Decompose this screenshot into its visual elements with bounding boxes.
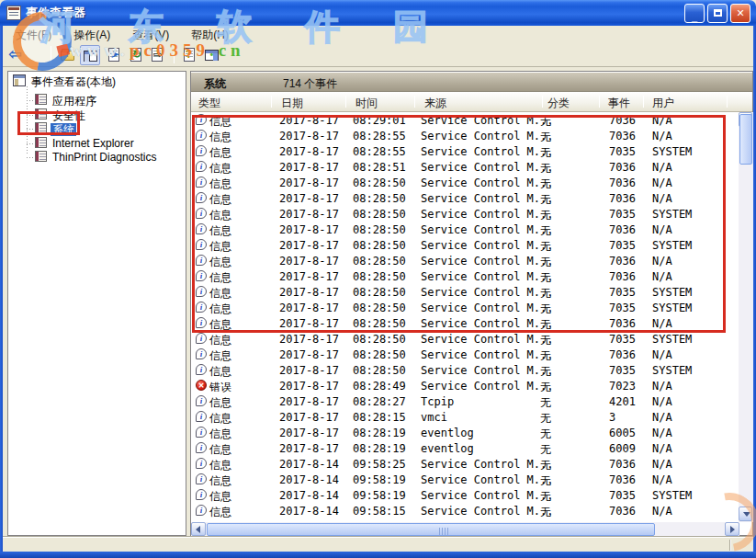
event-count-label: 714 个事件 (283, 76, 337, 92)
column-header-6[interactable]: 事件 (608, 96, 630, 111)
window-title: 事件查看器 (26, 5, 85, 21)
event-row[interactable]: i信息2017-8-1708:28:55Service Control M...… (191, 143, 739, 159)
event-id: 7036 (609, 317, 636, 330)
sidebar-item-security[interactable]: 安全性 (35, 108, 87, 122)
event-row[interactable]: i信息2017-8-1708:28:19eventlog无6005N/A (191, 425, 739, 440)
column-separator[interactable] (271, 96, 272, 108)
maximize-button[interactable] (707, 4, 728, 23)
event-row[interactable]: i信息2017-8-1708:29:01Service Control M...… (191, 112, 739, 128)
column-header-7[interactable]: 用户 (652, 96, 674, 111)
sidebar-item-thinprint-diagnostics[interactable]: ThinPrint Diagnostics (35, 151, 158, 165)
scroll-down-button[interactable] (739, 507, 752, 521)
event-row[interactable]: i信息2017-8-1409:58:19Service Control M...… (191, 472, 739, 487)
column-separator[interactable] (599, 96, 600, 108)
event-time: 08:28:19 (353, 427, 406, 439)
event-user: N/A (652, 473, 672, 486)
event-time: 08:28:27 (353, 395, 406, 408)
event-time: 08:28:50 (353, 177, 406, 189)
tree-connector-dash (27, 115, 35, 116)
event-source: Service Control M... (421, 380, 554, 393)
event-row[interactable]: ✕错误2017-8-1708:28:49Service Control M...… (191, 378, 739, 393)
help-icon[interactable]: ? (180, 45, 200, 65)
column-separator[interactable] (542, 96, 543, 108)
event-date: 2017-8-17 (279, 239, 339, 252)
event-row[interactable]: i信息2017-8-1708:28:50Service Control M...… (191, 206, 739, 222)
event-row[interactable]: i信息2017-8-1409:58:15Service Control M...… (191, 503, 739, 518)
minimize-button[interactable]: _ (684, 4, 705, 23)
event-user: SYSTEM (652, 489, 692, 502)
event-date: 2017-8-17 (279, 177, 339, 189)
event-source: Service Control M... (421, 473, 554, 486)
show-hide-console-tree-icon[interactable] (80, 45, 100, 65)
event-user: N/A (652, 442, 672, 455)
column-header-3[interactable]: 时间 (355, 96, 378, 111)
event-user: N/A (652, 427, 672, 439)
scroll-left-button[interactable] (191, 522, 206, 536)
event-time: 08:28:15 (353, 411, 406, 424)
event-source: Service Control M... (421, 458, 554, 471)
column-header-5[interactable]: 分类 (547, 96, 570, 111)
column-header-4[interactable]: 来源 (424, 96, 446, 111)
tree-root-label: 事件查看器(本地) (29, 75, 118, 88)
event-row[interactable]: i信息2017-8-1708:28:50Service Control M...… (191, 315, 739, 331)
event-row[interactable]: i信息2017-8-1708:28:50Service Control M...… (191, 268, 739, 284)
event-row[interactable]: i信息2017-8-1708:28:15vmci无3N/A (191, 409, 739, 425)
event-source: Service Control M... (421, 130, 554, 142)
menu-file[interactable]: 文件(F) (6, 26, 61, 43)
event-row[interactable]: i信息2017-8-1409:58:19Service Control M...… (191, 487, 739, 503)
sidebar-item-internet-explorer[interactable]: Internet Explorer (35, 137, 136, 151)
event-date: 2017-8-17 (279, 427, 339, 439)
sidebar-item-application[interactable]: 应用程序 (35, 94, 98, 108)
vertical-scroll-thumb[interactable] (739, 114, 752, 165)
information-bubble-icon: i (196, 255, 207, 266)
up-folder-icon[interactable]: ↑ (58, 45, 78, 65)
column-header-2[interactable]: 日期 (281, 96, 303, 111)
event-row[interactable]: i信息2017-8-1708:28:50Service Control M...… (191, 331, 739, 347)
event-id: 7036 (609, 192, 636, 205)
show-panel-icon[interactable] (202, 45, 222, 65)
column-separator[interactable] (345, 96, 346, 108)
properties-icon[interactable]: ➤ (105, 45, 125, 65)
menu-view[interactable]: 查看(V) (123, 26, 178, 43)
event-row[interactable]: i信息2017-8-1708:28:50Service Control M...… (191, 300, 739, 315)
scroll-right-button[interactable] (725, 522, 739, 536)
event-row[interactable]: i信息2017-8-1708:28:50Service Control M...… (191, 347, 739, 362)
column-header-1[interactable]: 类型 (198, 96, 220, 111)
event-source: Service Control M... (421, 317, 554, 330)
event-date: 2017-8-14 (279, 489, 339, 502)
column-separator[interactable] (414, 96, 415, 108)
event-row[interactable]: i信息2017-8-1708:28:50Service Control M...… (191, 175, 739, 190)
title-bar[interactable]: 事件查看器 _ ✕ (0, 0, 756, 26)
column-separator[interactable] (643, 96, 644, 108)
event-row[interactable]: i信息2017-8-1708:28:50Service Control M...… (191, 253, 739, 268)
sidebar-item-system[interactable]: 系统 (35, 122, 76, 136)
column-separator[interactable] (727, 96, 728, 108)
event-row[interactable]: i信息2017-8-1708:28:50Service Control M...… (191, 222, 739, 237)
event-log-icon (35, 137, 47, 148)
event-row[interactable]: i信息2017-8-1708:28:50Service Control M...… (191, 237, 739, 253)
event-row[interactable]: i信息2017-8-1708:28:55Service Control M...… (191, 128, 739, 143)
information-bubble-icon: i (196, 145, 207, 156)
tree-root-event-viewer[interactable]: 事件查看器(本地) (13, 74, 118, 88)
close-button[interactable]: ✕ (730, 4, 750, 23)
event-row[interactable]: i信息2017-8-1409:58:25Service Control M...… (191, 456, 739, 472)
event-row[interactable]: i信息2017-8-1708:28:51Service Control M...… (191, 159, 739, 175)
event-id: 7036 (609, 161, 636, 174)
event-time: 08:28:50 (353, 286, 406, 299)
event-row[interactable]: i信息2017-8-1708:28:50Service Control M...… (191, 190, 739, 206)
event-source: Service Control M... (421, 255, 554, 268)
back-arrow-icon[interactable]: ⇦ (6, 45, 27, 65)
vertical-scrollbar[interactable] (739, 112, 753, 522)
menu-action[interactable]: 操作(A) (64, 26, 119, 43)
menu-help[interactable]: 帮助(H) (182, 26, 238, 43)
event-user: SYSTEM (652, 239, 692, 252)
event-row[interactable]: i信息2017-8-1708:28:19eventlog无6009N/A (191, 440, 739, 456)
event-row[interactable]: i信息2017-8-1708:28:50Service Control M...… (191, 362, 739, 378)
horizontal-scroll-thumb[interactable] (207, 523, 655, 536)
event-row[interactable]: i信息2017-8-1708:28:27Tcpip无4201N/A (191, 393, 739, 409)
horizontal-scrollbar[interactable] (191, 522, 739, 537)
event-row[interactable]: i信息2017-8-1708:28:50Service Control M...… (191, 284, 739, 300)
export-list-icon[interactable]: ⇨ (148, 45, 168, 65)
refresh-icon[interactable]: ↻ (127, 45, 147, 65)
event-time: 09:58:25 (353, 458, 406, 471)
